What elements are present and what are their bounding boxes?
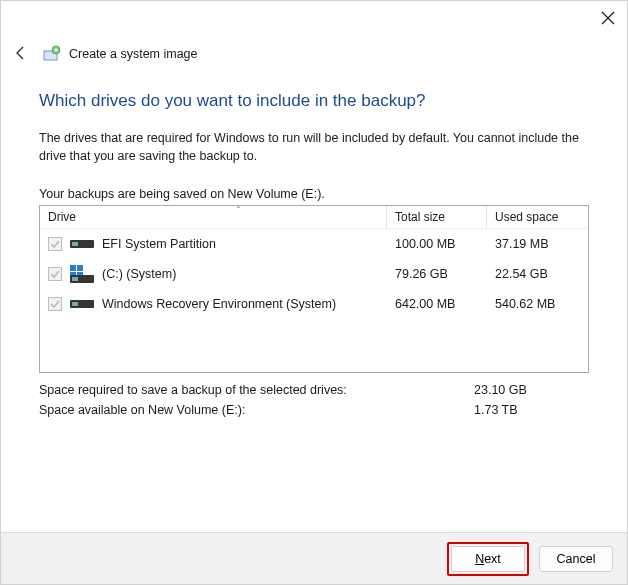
drive-total: 79.26 GB [395, 267, 495, 281]
next-button-highlight: Next [447, 542, 529, 576]
sort-caret-icon: ⌃ [235, 205, 242, 214]
table-header[interactable]: ⌃ Drive Total size Used space [40, 206, 588, 229]
space-available-value: 1.73 TB [474, 403, 589, 417]
drive-icon [70, 296, 94, 312]
drive-name: EFI System Partition [102, 237, 216, 251]
drive-name: (C:) (System) [102, 267, 176, 281]
back-arrow-icon[interactable] [13, 45, 29, 61]
drive-name: Windows Recovery Environment (System) [102, 297, 336, 311]
drive-used: 540.62 MB [495, 297, 580, 311]
drive-total: 642.00 MB [395, 297, 495, 311]
space-required-label: Space required to save a backup of the s… [39, 383, 474, 397]
next-button[interactable]: Next [451, 546, 525, 572]
table-row[interactable]: EFI System Partition 100.00 MB 37.19 MB [40, 229, 588, 259]
page-heading: Which drives do you want to include in t… [39, 91, 589, 111]
space-required-value: 23.10 GB [474, 383, 589, 397]
drive-used: 22.54 GB [495, 267, 580, 281]
column-header-drive[interactable]: Drive [40, 206, 387, 228]
table-row[interactable]: (C:) (System) 79.26 GB 22.54 GB [40, 259, 588, 289]
content-area: Which drives do you want to include in t… [1, 63, 627, 417]
backup-target-line: Your backups are being saved on New Volu… [39, 187, 589, 201]
windows-drive-icon [70, 266, 94, 282]
svg-rect-11 [72, 302, 78, 306]
svg-rect-3 [72, 242, 78, 246]
column-header-used[interactable]: Used space [487, 206, 588, 228]
checkbox-icon [48, 237, 62, 251]
svg-rect-4 [70, 265, 76, 271]
checkbox-icon [48, 267, 62, 281]
drive-used: 37.19 MB [495, 237, 580, 251]
wizard-title: Create a system image [69, 47, 198, 61]
drive-table: ⌃ Drive Total size Used space EFI System… [39, 205, 589, 373]
drive-icon [70, 236, 94, 252]
cancel-button[interactable]: Cancel [539, 546, 613, 572]
space-available-label: Space available on New Volume (E:): [39, 403, 474, 417]
titlebar [1, 1, 627, 37]
column-header-total[interactable]: Total size [387, 206, 487, 228]
table-row[interactable]: Windows Recovery Environment (System) 64… [40, 289, 588, 319]
svg-rect-9 [72, 277, 78, 281]
drive-total: 100.00 MB [395, 237, 495, 251]
system-image-icon [43, 45, 61, 63]
close-icon[interactable] [601, 11, 615, 25]
wizard-header: Create a system image [1, 37, 627, 63]
svg-rect-5 [77, 265, 83, 271]
summary: Space required to save a backup of the s… [39, 383, 589, 417]
checkbox-icon [48, 297, 62, 311]
footer: Next Cancel [1, 532, 627, 584]
page-description: The drives that are required for Windows… [39, 129, 589, 165]
